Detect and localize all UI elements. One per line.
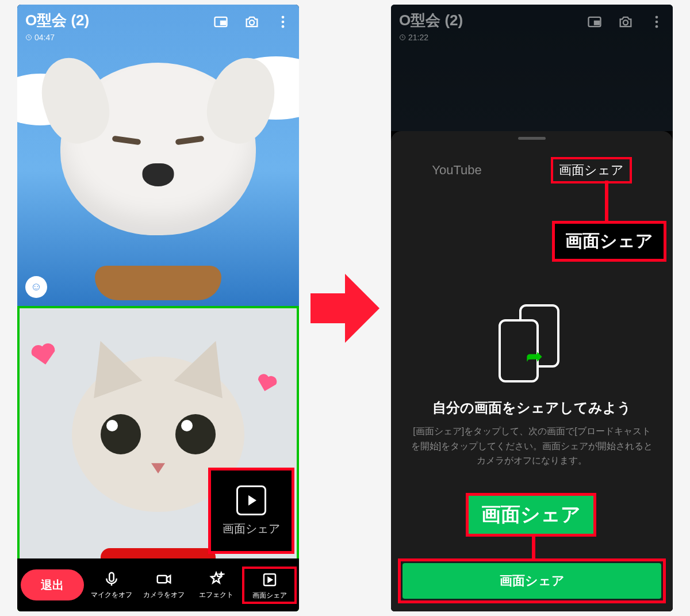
camera-toggle[interactable]: カメラをオフ (139, 571, 189, 600)
callout-screenshare-cta: 画面シェア (466, 493, 596, 537)
mic-toggle[interactable]: マイクをオフ (86, 571, 136, 600)
svg-point-4 (282, 16, 285, 19)
share-bottom-sheet: YouTube 画面シェア 画面シェア ➦ 自分の画面をシェアしてみよう [画面… (391, 131, 673, 611)
more-menu-icon[interactable] (275, 14, 291, 30)
share-title: 自分の画面をシェアしてみよう (432, 399, 631, 417)
svg-rect-8 (157, 575, 166, 583)
share-arrow-icon: ➦ (526, 345, 542, 368)
phone-right: O型会 (2) 21:22 YouTube 画面シェア 画面シェア (391, 5, 673, 611)
camera-flip-icon[interactable] (244, 14, 260, 30)
effects-button[interactable]: エフェクト (191, 571, 241, 600)
room-title: O型会 (2) (399, 10, 463, 30)
exit-button[interactable]: 退出 (21, 569, 84, 600)
camera-flip-icon[interactable] (618, 14, 634, 30)
screenshare-icon (236, 485, 266, 515)
screenshare-popup-label: 画面シェア (223, 521, 280, 537)
svg-point-14 (656, 16, 658, 19)
pip-icon[interactable] (213, 14, 229, 30)
svg-rect-2 (221, 21, 225, 25)
effects-smiley-button[interactable]: ☺ (25, 276, 47, 298)
svg-point-3 (250, 20, 254, 25)
svg-point-13 (623, 20, 628, 25)
call-timer: 21:22 (399, 33, 463, 42)
share-tabs: YouTube 画面シェア (391, 140, 673, 189)
call-header: O型会 (2) 04:47 (17, 5, 299, 51)
tab-screenshare[interactable]: 画面シェア (551, 157, 632, 183)
screenshare-callout-popup: 画面シェア (208, 468, 294, 554)
callout-screenshare-tab: 画面シェア (552, 221, 666, 262)
svg-point-6 (282, 25, 285, 28)
screenshare-cta-button[interactable]: 画面シェア (402, 563, 661, 599)
svg-point-15 (656, 21, 658, 24)
tab-youtube[interactable]: YouTube (432, 163, 481, 178)
transition-arrow-icon (310, 274, 379, 343)
svg-point-16 (656, 25, 658, 28)
phone-left: ☺ かなちゃん O型会 (2) 04:47 (17, 5, 299, 611)
svg-point-5 (282, 21, 285, 24)
pip-icon[interactable] (586, 14, 603, 30)
call-timer: 04:47 (25, 33, 89, 42)
avatar-dog (60, 63, 256, 235)
screenshare-illustration: ➦ (492, 304, 572, 385)
call-bottom-bar: 退出 マイクをオフ カメラをオフ エフェクト 画面シェア (17, 558, 299, 611)
more-menu-icon[interactable] (649, 14, 665, 30)
svg-rect-7 (109, 572, 114, 581)
call-header-dimmed: O型会 (2) 21:22 (391, 5, 673, 51)
svg-rect-12 (595, 21, 599, 25)
share-description: [画面シェア]をタップして、次の画面で[ブロードキャストを開始]をタップしてくだ… (391, 417, 673, 468)
screenshare-button[interactable]: 画面シェア (243, 568, 296, 603)
room-title: O型会 (2) (25, 10, 89, 30)
